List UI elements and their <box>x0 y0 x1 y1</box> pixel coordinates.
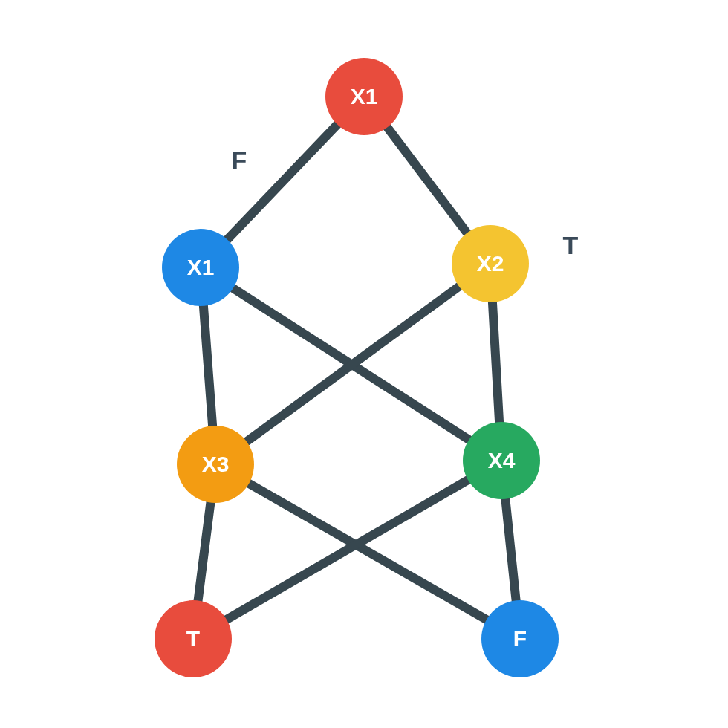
node-label: X1 <box>351 84 378 109</box>
node-label: X3 <box>202 452 230 477</box>
node-label: X4 <box>488 448 516 473</box>
node-n_x2: X2 <box>452 225 529 302</box>
node-n_f: F <box>481 600 559 677</box>
node-label: X1 <box>187 255 215 280</box>
node-n_x3: X3 <box>177 426 254 503</box>
node-n_x4: X4 <box>463 422 540 499</box>
edge-annotation-label_f: F <box>232 146 247 175</box>
node-n_top: X1 <box>325 58 403 135</box>
decision-diagram: X1X1X2X3X4TFFT <box>0 0 728 728</box>
node-label: T <box>186 626 200 651</box>
node-n_x1: X1 <box>162 229 239 306</box>
node-label: F <box>513 626 527 651</box>
edge-n_x2-n_x3 <box>215 264 490 464</box>
edge-annotation-label_t: T <box>563 231 579 260</box>
edge-n_x3-n_f <box>215 464 520 639</box>
node-n_t: T <box>155 600 232 677</box>
node-label: X2 <box>477 251 504 276</box>
